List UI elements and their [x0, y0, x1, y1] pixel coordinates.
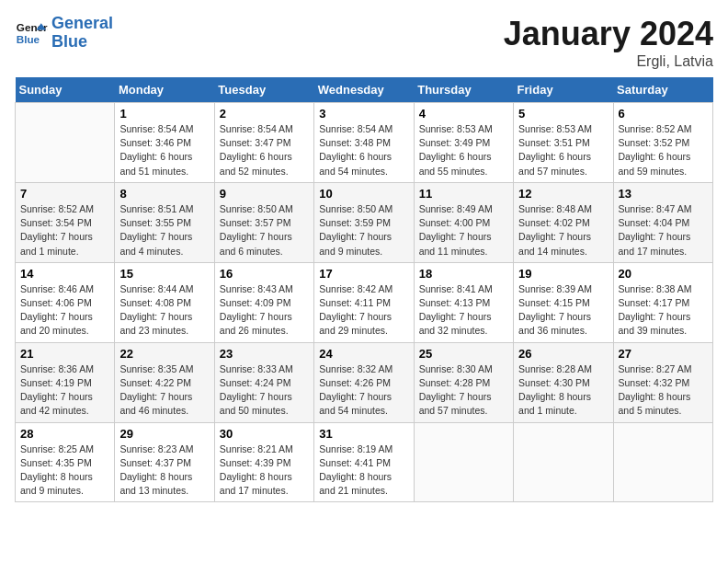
day-info: Sunrise: 8:25 AM Sunset: 4:35 PM Dayligh… — [20, 442, 109, 499]
day-number: 15 — [119, 267, 209, 281]
day-info: Sunrise: 8:21 AM Sunset: 4:39 PM Dayligh… — [220, 442, 309, 499]
day-number: 28 — [20, 427, 109, 441]
calendar-cell: 24Sunrise: 8:32 AM Sunset: 4:26 PM Dayli… — [314, 342, 414, 422]
day-number: 21 — [20, 347, 109, 361]
calendar-cell: 29Sunrise: 8:23 AM Sunset: 4:37 PM Dayli… — [115, 422, 214, 502]
day-info: Sunrise: 8:23 AM Sunset: 4:37 PM Dayligh… — [119, 442, 209, 499]
day-number: 16 — [220, 267, 309, 281]
calendar-week-1: 1Sunrise: 8:54 AM Sunset: 3:46 PM Daylig… — [16, 103, 713, 183]
day-number: 24 — [319, 347, 408, 361]
logo-icon: General Blue — [15, 17, 48, 50]
calendar-cell: 19Sunrise: 8:39 AM Sunset: 4:15 PM Dayli… — [514, 262, 613, 342]
logo-text: GeneralBlue — [51, 15, 113, 52]
calendar-cell: 28Sunrise: 8:25 AM Sunset: 4:35 PM Dayli… — [16, 422, 115, 502]
day-info: Sunrise: 8:53 AM Sunset: 3:49 PM Dayligh… — [419, 122, 508, 178]
title-area: January 2024 Ergli, Latvia — [504, 15, 713, 70]
day-info: Sunrise: 8:54 AM Sunset: 3:48 PM Dayligh… — [319, 122, 408, 178]
calendar-cell: 31Sunrise: 8:19 AM Sunset: 4:41 PM Dayli… — [314, 422, 414, 502]
calendar-cell: 12Sunrise: 8:48 AM Sunset: 4:02 PM Dayli… — [514, 182, 613, 262]
day-number: 25 — [419, 347, 508, 361]
day-number: 19 — [518, 267, 608, 281]
day-number: 29 — [119, 427, 209, 441]
day-info: Sunrise: 8:30 AM Sunset: 4:28 PM Dayligh… — [419, 362, 508, 419]
day-info: Sunrise: 8:54 AM Sunset: 3:46 PM Dayligh… — [119, 122, 209, 178]
day-info: Sunrise: 8:28 AM Sunset: 4:30 PM Dayligh… — [518, 362, 608, 419]
day-number: 20 — [619, 267, 708, 281]
day-info: Sunrise: 8:50 AM Sunset: 3:59 PM Dayligh… — [319, 202, 408, 259]
day-number: 5 — [518, 107, 608, 121]
day-number: 3 — [319, 107, 408, 121]
day-info: Sunrise: 8:43 AM Sunset: 4:09 PM Dayligh… — [220, 282, 309, 339]
day-info: Sunrise: 8:41 AM Sunset: 4:13 PM Dayligh… — [419, 282, 508, 339]
calendar-week-3: 14Sunrise: 8:46 AM Sunset: 4:06 PM Dayli… — [16, 262, 713, 342]
day-number: 23 — [220, 347, 309, 361]
calendar-cell: 13Sunrise: 8:47 AM Sunset: 4:04 PM Dayli… — [613, 182, 712, 262]
day-info: Sunrise: 8:49 AM Sunset: 4:00 PM Dayligh… — [419, 202, 508, 259]
calendar-week-2: 7Sunrise: 8:52 AM Sunset: 3:54 PM Daylig… — [16, 182, 713, 262]
calendar-title: January 2024 — [504, 15, 713, 53]
day-info: Sunrise: 8:53 AM Sunset: 3:51 PM Dayligh… — [518, 122, 608, 178]
calendar-cell: 15Sunrise: 8:44 AM Sunset: 4:08 PM Dayli… — [115, 262, 214, 342]
calendar-cell: 14Sunrise: 8:46 AM Sunset: 4:06 PM Dayli… — [16, 262, 115, 342]
col-thursday: Thursday — [414, 77, 513, 103]
day-number: 26 — [518, 347, 608, 361]
col-sunday: Sunday — [16, 77, 115, 103]
page-header: General Blue GeneralBlue January 2024 Er… — [15, 15, 713, 70]
calendar-cell: 16Sunrise: 8:43 AM Sunset: 4:09 PM Dayli… — [214, 262, 313, 342]
day-info: Sunrise: 8:51 AM Sunset: 3:55 PM Dayligh… — [119, 202, 209, 259]
header-row: Sunday Monday Tuesday Wednesday Thursday… — [16, 77, 713, 103]
calendar-cell: 8Sunrise: 8:51 AM Sunset: 3:55 PM Daylig… — [115, 182, 214, 262]
calendar-cell: 25Sunrise: 8:30 AM Sunset: 4:28 PM Dayli… — [414, 342, 513, 422]
calendar-cell: 23Sunrise: 8:33 AM Sunset: 4:24 PM Dayli… — [214, 342, 313, 422]
col-wednesday: Wednesday — [314, 77, 414, 103]
day-info: Sunrise: 8:39 AM Sunset: 4:15 PM Dayligh… — [518, 282, 608, 339]
calendar-cell: 1Sunrise: 8:54 AM Sunset: 3:46 PM Daylig… — [115, 103, 214, 183]
day-info: Sunrise: 8:38 AM Sunset: 4:17 PM Dayligh… — [619, 282, 708, 339]
calendar-week-4: 21Sunrise: 8:36 AM Sunset: 4:19 PM Dayli… — [16, 342, 713, 422]
day-number: 6 — [619, 107, 708, 121]
calendar-cell: 21Sunrise: 8:36 AM Sunset: 4:19 PM Dayli… — [16, 342, 115, 422]
calendar-cell: 20Sunrise: 8:38 AM Sunset: 4:17 PM Dayli… — [613, 262, 712, 342]
day-info: Sunrise: 8:27 AM Sunset: 4:32 PM Dayligh… — [619, 362, 708, 419]
day-info: Sunrise: 8:33 AM Sunset: 4:24 PM Dayligh… — [220, 362, 309, 419]
calendar-cell: 27Sunrise: 8:27 AM Sunset: 4:32 PM Dayli… — [613, 342, 712, 422]
day-info: Sunrise: 8:42 AM Sunset: 4:11 PM Dayligh… — [319, 282, 408, 339]
day-number: 14 — [20, 267, 109, 281]
calendar-cell: 7Sunrise: 8:52 AM Sunset: 3:54 PM Daylig… — [16, 182, 115, 262]
day-number: 9 — [220, 187, 309, 201]
day-info: Sunrise: 8:44 AM Sunset: 4:08 PM Dayligh… — [119, 282, 209, 339]
day-number: 22 — [119, 347, 209, 361]
calendar-cell: 5Sunrise: 8:53 AM Sunset: 3:51 PM Daylig… — [514, 103, 613, 183]
calendar-cell: 18Sunrise: 8:41 AM Sunset: 4:13 PM Dayli… — [414, 262, 513, 342]
day-info: Sunrise: 8:32 AM Sunset: 4:26 PM Dayligh… — [319, 362, 408, 419]
day-info: Sunrise: 8:48 AM Sunset: 4:02 PM Dayligh… — [518, 202, 608, 259]
calendar-cell — [414, 422, 513, 502]
logo: General Blue GeneralBlue — [15, 15, 113, 52]
calendar-cell: 26Sunrise: 8:28 AM Sunset: 4:30 PM Dayli… — [514, 342, 613, 422]
col-monday: Monday — [115, 77, 214, 103]
day-number: 4 — [419, 107, 508, 121]
svg-text:Blue: Blue — [17, 33, 40, 45]
day-number: 27 — [619, 347, 708, 361]
day-number: 31 — [319, 427, 408, 441]
day-number: 11 — [419, 187, 508, 201]
day-number: 10 — [319, 187, 408, 201]
day-number: 2 — [220, 107, 309, 121]
calendar-cell: 10Sunrise: 8:50 AM Sunset: 3:59 PM Dayli… — [314, 182, 414, 262]
calendar-cell: 6Sunrise: 8:52 AM Sunset: 3:52 PM Daylig… — [613, 103, 712, 183]
calendar-cell: 17Sunrise: 8:42 AM Sunset: 4:11 PM Dayli… — [314, 262, 414, 342]
day-info: Sunrise: 8:54 AM Sunset: 3:47 PM Dayligh… — [220, 122, 309, 178]
day-number: 12 — [518, 187, 608, 201]
calendar-cell: 11Sunrise: 8:49 AM Sunset: 4:00 PM Dayli… — [414, 182, 513, 262]
calendar-cell: 9Sunrise: 8:50 AM Sunset: 3:57 PM Daylig… — [214, 182, 313, 262]
day-number: 17 — [319, 267, 408, 281]
day-info: Sunrise: 8:36 AM Sunset: 4:19 PM Dayligh… — [20, 362, 109, 419]
calendar-cell: 22Sunrise: 8:35 AM Sunset: 4:22 PM Dayli… — [115, 342, 214, 422]
day-info: Sunrise: 8:19 AM Sunset: 4:41 PM Dayligh… — [319, 442, 408, 499]
day-number: 18 — [419, 267, 508, 281]
day-number: 13 — [619, 187, 708, 201]
day-info: Sunrise: 8:46 AM Sunset: 4:06 PM Dayligh… — [20, 282, 109, 339]
calendar-cell: 30Sunrise: 8:21 AM Sunset: 4:39 PM Dayli… — [214, 422, 313, 502]
calendar-cell: 3Sunrise: 8:54 AM Sunset: 3:48 PM Daylig… — [314, 103, 414, 183]
day-info: Sunrise: 8:52 AM Sunset: 3:54 PM Dayligh… — [20, 202, 109, 259]
